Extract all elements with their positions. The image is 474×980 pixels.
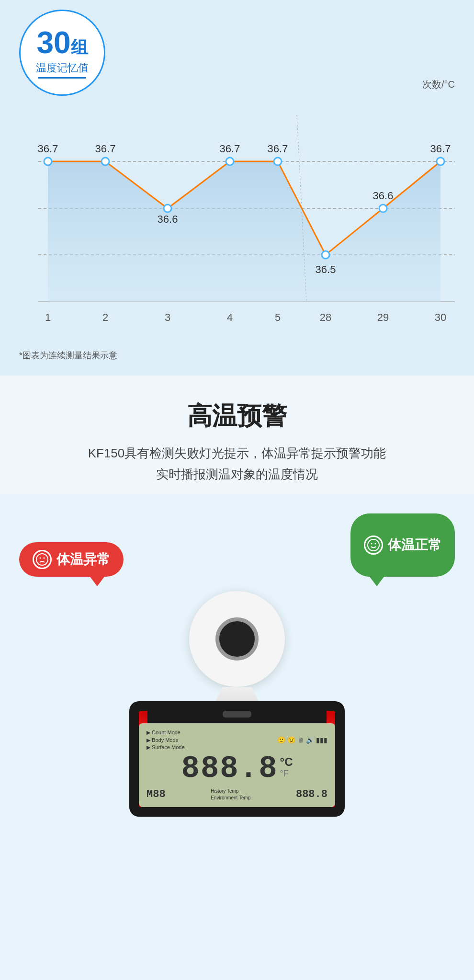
- bubble-normal-text: 体温正常: [388, 536, 441, 554]
- device-button-notch: [223, 711, 251, 718]
- badge-text: 温度记忆值: [36, 61, 89, 75]
- device-lens: [215, 617, 259, 661]
- device-section: 体温异常 体温正常: [0, 494, 474, 816]
- chart-note: *图表为连续测量结果示意: [19, 350, 455, 361]
- data-point-5: [274, 158, 282, 165]
- mode-body: ▶ Body Mode: [147, 737, 185, 744]
- svg-point-10: [375, 543, 376, 545]
- x-label-1: 1: [45, 311, 51, 323]
- x-label-29: 29: [377, 311, 389, 323]
- x-label-3: 3: [165, 311, 170, 323]
- badge-number: 30: [36, 27, 70, 58]
- svg-point-5: [36, 554, 48, 565]
- svg-point-9: [371, 543, 372, 545]
- section-title: 高温预警: [19, 399, 455, 433]
- x-label-28: 28: [320, 311, 331, 323]
- mode-count: ▶ Count Mode: [147, 729, 185, 736]
- label-4: 36.7: [220, 143, 240, 155]
- screen-status-icons: 🙂 😟 🖥 🔊 ▮▮▮: [277, 736, 327, 744]
- badge-underline: [38, 77, 86, 79]
- m88-display: M88: [147, 788, 166, 800]
- screen-bottom-row: M88 History Temp Environment Temp 888.8: [147, 788, 327, 801]
- main-reading-area: 888.8 °C °F: [147, 753, 327, 784]
- badge-area: 30 组 温度记忆值 次数/°C: [19, 10, 455, 96]
- bottom-right-value: 888.8: [296, 788, 327, 800]
- badge-unit: 组: [71, 39, 88, 56]
- axis-label: 次数/°C: [422, 78, 455, 96]
- screen-top-row: ▶ Count Mode ▶ Body Mode ▶ Surface Mode …: [147, 729, 327, 751]
- sound-icon: 🔊: [306, 736, 314, 744]
- abnormal-face-icon: [33, 550, 52, 569]
- normal-face-icon: [364, 536, 383, 555]
- label-30: 36.7: [430, 143, 451, 155]
- x-label-30: 30: [435, 311, 446, 323]
- bubble-normal: 体温正常: [350, 513, 455, 577]
- x-label-5: 5: [275, 311, 281, 323]
- data-point-30: [437, 158, 444, 165]
- data-point-2: [102, 158, 109, 165]
- environment-temp-label: Environment Temp: [211, 795, 250, 801]
- speech-bubbles: 体温异常 体温正常: [19, 513, 455, 577]
- label-5: 36.7: [268, 143, 288, 155]
- label-2: 36.7: [95, 143, 116, 155]
- smile-icon: 🙂: [277, 736, 285, 744]
- bubble-abnormal: 体温异常: [19, 542, 124, 577]
- section-desc-line2: 实时播报测温对象的温度情况: [19, 464, 455, 485]
- svg-point-6: [40, 558, 41, 559]
- bottom-center-labels: History Temp Environment Temp: [211, 788, 250, 801]
- display-icon: 🖥: [297, 736, 304, 744]
- chart-fill-area: [48, 161, 440, 302]
- bubble-abnormal-text: 体温异常: [56, 550, 110, 569]
- data-point-1: [44, 158, 52, 165]
- bottom-left-value: M88: [147, 788, 166, 800]
- unit-display: °C °F: [280, 753, 293, 779]
- history-temp-label: History Temp: [211, 788, 250, 795]
- unit-celsius: °C: [280, 755, 293, 769]
- lcd-screen: ▶ Count Mode ▶ Body Mode ▶ Surface Mode …: [139, 723, 335, 807]
- x-label-2: 2: [102, 311, 108, 323]
- data-point-3: [164, 205, 171, 212]
- middle-section: 高温预警 KF150具有检测失败灯光提示，体温异常提示预警功能 实时播报测温对象…: [0, 376, 474, 494]
- unit-fahrenheit: °F: [280, 769, 293, 779]
- mode-surface: ▶ Surface Mode: [147, 744, 185, 751]
- svg-point-7: [44, 558, 45, 559]
- x-label-4: 4: [227, 311, 233, 323]
- section-desc-line1: KF150具有检测失败灯光提示，体温异常提示预警功能: [19, 443, 455, 464]
- label-28: 36.5: [316, 263, 336, 275]
- sad-icon: 😟: [287, 736, 295, 744]
- data-point-29: [379, 205, 387, 212]
- thermometer-device: ▶ Count Mode ▶ Body Mode ▶ Surface Mode …: [129, 591, 345, 816]
- label-3: 36.6: [158, 213, 178, 225]
- data-point-28: [322, 251, 329, 259]
- screen-modes: ▶ Count Mode ▶ Body Mode ▶ Surface Mode: [147, 729, 185, 751]
- device-screen-panel: ▶ Count Mode ▶ Body Mode ▶ Surface Mode …: [129, 701, 345, 816]
- bottom-num-display: 888.8: [296, 788, 327, 800]
- main-digits: 888.8: [181, 753, 278, 784]
- battery-icon: ▮▮▮: [316, 736, 327, 744]
- temperature-chart: 36.7 36.7 36.6 36.7 36.7 36.5 36.6 36.7 …: [24, 101, 460, 340]
- section-desc: KF150具有检测失败灯光提示，体温异常提示预警功能 实时播报测温对象的温度情况: [19, 443, 455, 485]
- svg-point-8: [368, 539, 379, 551]
- label-29: 36.6: [373, 190, 394, 202]
- device-sensor-top: [189, 591, 285, 687]
- top-section: 30 组 温度记忆值 次数/°C: [0, 0, 474, 376]
- memory-badge: 30 组 温度记忆值: [19, 10, 105, 96]
- data-point-4: [226, 158, 234, 165]
- digit-display: 888.8: [181, 752, 278, 786]
- label-1: 36.7: [38, 143, 58, 155]
- chart-container: 36.7 36.7 36.6 36.7 36.7 36.5 36.6 36.7 …: [19, 101, 455, 342]
